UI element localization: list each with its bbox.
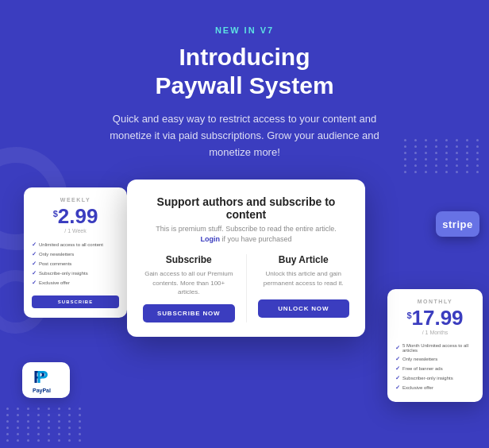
monthly-price-row: $ 17.99 [395, 307, 475, 328]
cards-area: WEEKLY $ 2.99 / 1 Week Unlimited access … [0, 180, 489, 402]
weekly-feature-3: Post comments [32, 259, 119, 268]
svg-text:P: P [37, 367, 48, 387]
modal-vertical-divider [246, 254, 247, 322]
subscribe-option: Subscribe Gain access to all our Premium… [143, 254, 235, 322]
monthly-feature-1: 5 Month Unlimited access to all articles [395, 342, 475, 354]
paypal-icon: P P PayPal [32, 365, 60, 396]
weekly-feature-list: Unlimited access to all content Only new… [32, 240, 119, 288]
dots-pattern-bottom-left [6, 407, 85, 442]
modal-login-prompt: Login if you have purchased [143, 235, 349, 243]
modal-login-link[interactable]: Login [200, 235, 220, 243]
weekly-price-row: $ 2.99 [32, 206, 119, 226]
weekly-feature-4: Subscribe-only insights [32, 268, 119, 278]
modal-description: This is premium stuff. Subscribe to read… [143, 225, 349, 233]
buy-article-option: Buy Article Unlock this article and gain… [258, 254, 350, 322]
monthly-pricing-card: MONTHLY $ 17.99 / 1 Months 5 Month Unlim… [387, 289, 483, 402]
monthly-feature-5: Exclusive offer [395, 383, 475, 392]
subscribe-option-title: Subscribe [143, 254, 235, 265]
page-title: Introducing Paywall System [0, 43, 489, 100]
version-badge: NEW IN V7 [215, 25, 274, 35]
monthly-period: / 1 Months [395, 330, 475, 335]
paywall-modal: Support authors and subscribe to content… [127, 180, 365, 337]
weekly-card-label: WEEKLY [32, 197, 119, 203]
monthly-feature-list: 5 Month Unlimited access to all articles… [395, 342, 475, 392]
weekly-subscribe-button[interactable]: SUBSCRIBE [32, 295, 119, 308]
paypal-logo-svg: P P PayPal [32, 365, 60, 396]
stripe-text: stripe [442, 218, 472, 230]
modal-options-row: Subscribe Gain access to all our Premium… [143, 254, 349, 322]
page-header: NEW IN V7 Introducing Paywall System Qui… [0, 0, 489, 160]
svg-text:PayPal: PayPal [33, 388, 51, 394]
weekly-pricing-card: WEEKLY $ 2.99 / 1 Week Unlimited access … [24, 187, 127, 318]
weekly-feature-2: Only newsletters [32, 249, 119, 259]
weekly-feature-1: Unlimited access to all content [32, 240, 119, 249]
subscribe-option-desc: Gain access to all our Premium contents.… [143, 269, 235, 296]
unlock-now-button[interactable]: UNLOCK NOW [258, 299, 350, 318]
weekly-feature-5: Exclusive offer [32, 278, 119, 288]
weekly-price: 2.99 [58, 206, 98, 226]
modal-title: Support authors and subscribe to content [143, 195, 349, 221]
subscribe-now-button[interactable]: SUBSCRIBE NOW [143, 304, 235, 322]
monthly-card-label: MONTHLY [395, 299, 475, 304]
monthly-feature-2: Only newsletters [395, 354, 475, 364]
stripe-badge: stripe [436, 211, 479, 237]
paypal-badge: P P PayPal [22, 362, 70, 398]
monthly-feature-3: Free of banner ads [395, 364, 475, 373]
buy-article-option-title: Buy Article [258, 254, 350, 265]
monthly-feature-4: Subscriber-only insights [395, 373, 475, 383]
page-subtitle: Quick and easy way to restrict access to… [94, 111, 395, 160]
buy-article-option-desc: Unlock this article and gain permanent a… [258, 269, 350, 292]
weekly-period: / 1 Week [32, 228, 119, 234]
monthly-price: 17.99 [412, 307, 464, 328]
